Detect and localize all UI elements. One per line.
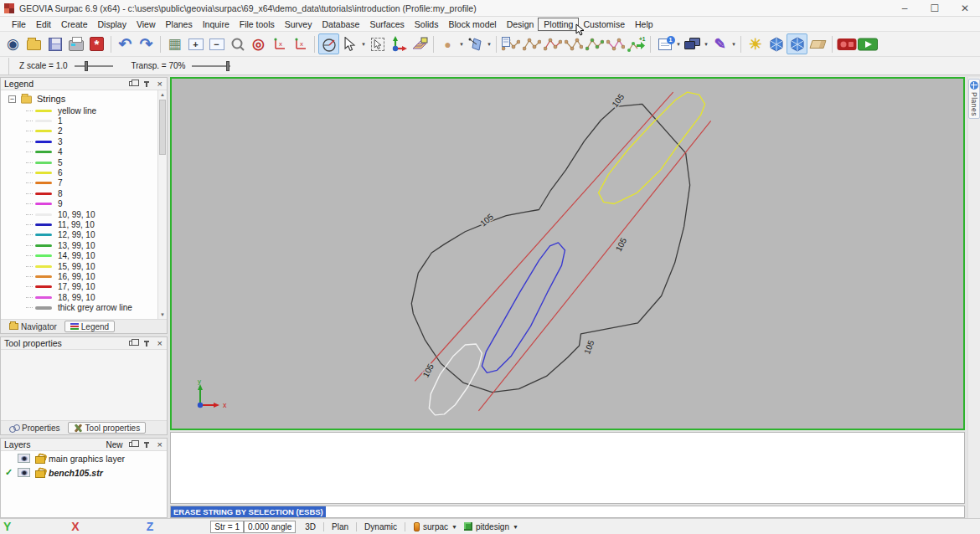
string-smooth-icon[interactable] (605, 33, 626, 54)
toolprops-float-icon[interactable] (129, 341, 135, 346)
save-file-icon[interactable] (44, 33, 65, 54)
legend-item-8[interactable]: 8 (1, 188, 167, 198)
centre-data-icon[interactable]: ◎ (248, 33, 269, 54)
legend-close-icon[interactable]: × (157, 80, 163, 88)
legend-item-thick-grey-arrow-line[interactable]: thick grey arrow line (1, 302, 167, 312)
transparency-slider[interactable] (192, 65, 230, 67)
menu-item-block-model[interactable]: Block model (443, 18, 501, 30)
mode-toggle-plan[interactable]: Plan (329, 522, 351, 531)
toolprops-tab-properties[interactable]: Properties (3, 422, 66, 434)
scroll-up-icon[interactable]: ▲ (158, 90, 167, 99)
layer-unlock-icon[interactable] (34, 454, 44, 464)
layer-unlock-icon[interactable] (34, 468, 44, 478)
zoom-window-icon[interactable] (227, 33, 248, 54)
monitors-icon[interactable] (682, 33, 703, 54)
select-cursor-dropdown-icon[interactable]: ▾ (360, 41, 367, 48)
legend-float-icon[interactable] (129, 81, 135, 86)
play-icon[interactable] (857, 33, 878, 54)
legend-item-1[interactable]: 1 (1, 116, 167, 126)
string-report-icon[interactable] (500, 33, 521, 54)
layers-pin-icon[interactable] (146, 442, 147, 448)
legend-item-7[interactable]: 7 (1, 178, 167, 188)
rotate-view-icon[interactable]: ◉ (3, 33, 23, 54)
menu-item-solids[interactable]: Solids (410, 18, 444, 30)
layers-float-icon[interactable] (129, 442, 135, 447)
grid-icon[interactable]: ▦ (164, 33, 185, 54)
menu-item-database[interactable]: Database (317, 18, 364, 30)
mode-toggle-dynamic[interactable]: Dynamic (362, 522, 400, 531)
pit-boundary-string[interactable] (411, 104, 689, 392)
menu-item-plotting[interactable]: Plotting (539, 18, 578, 30)
viewport-canvas[interactable]: 105105105105105 (172, 79, 963, 429)
solid-hex-icon[interactable] (766, 33, 787, 54)
select-cursor-icon[interactable] (339, 33, 360, 54)
layer-active-check-icon[interactable]: ✓ (4, 467, 13, 478)
axis-view-2-icon[interactable]: x (290, 33, 311, 54)
layer-visibility-eye-icon[interactable] (18, 468, 30, 477)
string-segment-icon[interactable] (521, 33, 542, 54)
pencil-dropdown-icon[interactable]: ▾ (730, 41, 737, 48)
orientation-protractor-icon[interactable] (318, 33, 339, 54)
point-sphere-icon[interactable]: ● (437, 33, 458, 54)
menu-item-view[interactable]: View (132, 18, 161, 30)
eraser-icon[interactable] (807, 33, 828, 54)
menu-item-survey[interactable]: Survey (280, 18, 317, 30)
legend-item-5[interactable]: 5 (1, 157, 167, 167)
layer-row-bench105-str[interactable]: ✓bench105.str (1, 465, 167, 480)
legend-item-4[interactable]: 4 (1, 147, 167, 157)
toolprops-tab-tool-properties[interactable]: Tool properties (68, 422, 147, 434)
maximize-button[interactable]: ☐ (920, 0, 950, 17)
tree-collapse-icon[interactable]: − (8, 95, 16, 103)
scroll-down-icon[interactable]: ▼ (158, 311, 167, 319)
string-renumber-icon[interactable]: +1 (626, 33, 647, 54)
z-scale-slider[interactable] (75, 65, 113, 67)
solid-hex-active-icon[interactable] (787, 33, 807, 54)
section-line-1[interactable] (415, 92, 673, 381)
legend-tab-legend[interactable]: Legend (64, 321, 115, 332)
menu-item-design[interactable]: Design (502, 18, 539, 30)
legend-item-17-99-10[interactable]: 17, 99, 10 (1, 282, 167, 292)
toolprops-close-icon[interactable]: × (157, 339, 163, 347)
menu-item-create[interactable]: Create (56, 18, 93, 30)
reset-graphics-icon[interactable]: * (86, 33, 107, 54)
legend-tab-navigator[interactable]: Navigator (3, 321, 63, 332)
record-icon[interactable] (836, 33, 857, 54)
caret-down-icon[interactable]: ▼ (513, 524, 518, 530)
pencil-icon[interactable]: ✎ (709, 33, 730, 54)
menu-item-file[interactable]: File (7, 18, 31, 30)
legend-scrollbar[interactable]: ▲ ▼ (157, 90, 167, 319)
legend-item-yellow-line[interactable]: yellow line (1, 105, 167, 116)
blue-string[interactable] (482, 243, 565, 372)
menu-item-planes[interactable]: Planes (161, 18, 198, 30)
legend-pin-icon[interactable] (146, 81, 147, 87)
menu-item-edit[interactable]: Edit (31, 18, 56, 30)
string-number-field[interactable]: Str = 1 (210, 521, 244, 533)
legend-item-10-99-10[interactable]: 10, 99, 10 (1, 209, 167, 219)
string-break-icon[interactable] (542, 33, 563, 54)
planes-stack-icon[interactable] (409, 33, 430, 54)
legend-item-11-99-10[interactable]: 11, 99, 10 (1, 219, 167, 229)
string-points-icon[interactable] (563, 33, 584, 54)
layer-row-main-graphics-layer[interactable]: main graphics layer (1, 451, 167, 465)
close-button[interactable]: ✕ (950, 0, 980, 17)
legend-item-3[interactable]: 3 (1, 136, 167, 146)
menu-item-customise[interactable]: Customise (578, 18, 630, 30)
notes-icon[interactable]: 1 (654, 33, 675, 54)
angle-field[interactable]: 0.000 angle (244, 521, 296, 533)
legend-item-12-99-10[interactable]: 12, 99, 10 (1, 230, 167, 240)
zoom-in-icon[interactable]: + (185, 33, 206, 54)
planes-side-tab[interactable]: Planes (968, 79, 980, 119)
minimize-button[interactable]: – (890, 0, 920, 17)
menu-item-display[interactable]: Display (93, 18, 132, 30)
layer-visibility-eye-icon[interactable] (18, 454, 30, 463)
select-box-icon[interactable] (367, 33, 388, 54)
scroll-thumb[interactable] (159, 100, 166, 155)
plane-normal-dropdown-icon[interactable]: ▾ (486, 41, 493, 48)
white-string[interactable] (429, 344, 482, 415)
command-prompt[interactable]: ERASE STRING BY SELECTION (ESBS) (170, 506, 965, 518)
open-file-icon[interactable] (23, 33, 44, 54)
pitdesign-profile-dropdown[interactable]: pitdesign▼ (461, 522, 522, 531)
plane-normal-icon[interactable] (465, 33, 486, 54)
legend-item-16-99-10[interactable]: 16, 99, 10 (1, 271, 167, 281)
menu-item-file-tools[interactable]: File tools (235, 18, 280, 30)
